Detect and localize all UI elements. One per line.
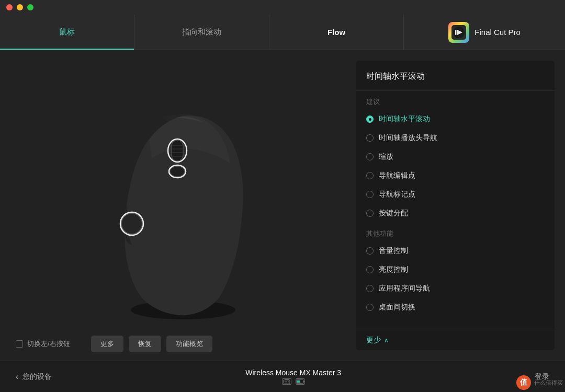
mouse-visualization xyxy=(0,50,356,361)
dropdown-title: 时间轴水平滚动 xyxy=(356,61,555,91)
titlebar xyxy=(0,0,565,15)
svg-point-19 xyxy=(288,382,289,383)
maximize-button[interactable] xyxy=(27,4,33,10)
svg-point-10 xyxy=(170,166,185,177)
overview-button[interactable]: 功能概览 xyxy=(166,336,212,352)
button-group: 更多 恢复 功能概览 xyxy=(91,336,212,352)
tab-finalcutpro[interactable]: Final Cut Pro xyxy=(404,15,565,50)
close-button[interactable] xyxy=(6,4,13,10)
svg-rect-22 xyxy=(297,381,300,383)
radio-volume xyxy=(366,247,374,255)
dropdown-item-key-assign[interactable]: 按键分配 xyxy=(356,204,555,223)
usb-icon xyxy=(282,378,291,385)
back-icon: ‹ xyxy=(16,372,18,382)
battery-icon xyxy=(296,378,305,385)
svg-point-18 xyxy=(286,382,287,383)
tabbar: 鼠标 指向和滚动 Flow Final Cut Pro xyxy=(0,15,565,50)
radio-timeline-playhead xyxy=(366,134,374,142)
section-other-label: 其他功能 xyxy=(356,223,555,241)
minimize-button[interactable] xyxy=(17,4,23,10)
dropdown-footer-less[interactable]: 更少 ∧ xyxy=(356,330,555,350)
mouse-svg xyxy=(94,90,262,320)
radio-app-nav xyxy=(366,285,374,292)
tab-pointing[interactable]: 指向和滚动 xyxy=(134,15,269,50)
tab-mouse[interactable]: 鼠标 xyxy=(0,15,134,50)
dropdown-item-app-nav[interactable]: 应用程序间导航 xyxy=(356,279,555,298)
chevron-up-icon: ∧ xyxy=(384,337,389,344)
radio-nav-edit xyxy=(366,172,374,179)
svg-point-17 xyxy=(285,382,286,383)
svg-rect-3 xyxy=(455,30,457,35)
dropdown-item-nav-marker[interactable]: 导航标记点 xyxy=(356,185,555,204)
section-suggestions-label: 建议 xyxy=(356,91,555,110)
tab-flow[interactable]: Flow xyxy=(269,15,404,50)
radio-brightness xyxy=(366,266,374,273)
swap-buttons-checkbox[interactable] xyxy=(16,340,23,348)
radio-nav-marker xyxy=(366,191,374,198)
dropdown-item-brightness[interactable]: 亮度控制 xyxy=(356,260,555,279)
swap-buttons-label[interactable]: 切换左/右按钮 xyxy=(16,339,70,349)
back-to-devices[interactable]: ‹ 您的设备 xyxy=(16,372,52,382)
mouse-image-container xyxy=(94,90,262,320)
radio-timeline-scroll xyxy=(366,116,374,123)
bottom-controls: 切换左/右按钮 更多 恢复 功能概览 xyxy=(0,327,366,361)
watermark: 值 什么值得买 xyxy=(516,375,563,390)
more-button[interactable]: 更多 xyxy=(91,336,123,352)
dropdown-panel: 时间轴水平滚动 建议 时间轴水平滚动 时间轴播放头导航 缩放 导航 xyxy=(356,61,555,350)
main-area: 时间轴水平滚动 建议 时间轴水平滚动 时间轴播放头导航 缩放 导航 xyxy=(0,50,565,361)
dropdown-item-zoom[interactable]: 缩放 xyxy=(356,147,555,166)
svg-point-11 xyxy=(121,213,142,234)
radio-desktop-switch xyxy=(366,304,374,311)
svg-rect-16 xyxy=(285,379,289,380)
radio-key-assign xyxy=(366,210,374,217)
svg-rect-21 xyxy=(303,381,304,383)
watermark-logo: 值 xyxy=(516,375,531,390)
device-icons xyxy=(245,378,341,385)
statusbar: ‹ 您的设备 Wireless Mouse MX Master 3 xyxy=(0,361,565,392)
finalcutpro-icon xyxy=(448,22,469,43)
svg-rect-5 xyxy=(172,140,183,161)
dropdown-item-desktop-switch[interactable]: 桌面间切换 xyxy=(356,298,555,317)
dropdown-list: 建议 时间轴水平滚动 时间轴播放头导航 缩放 导航编辑点 xyxy=(356,91,555,330)
dropdown-item-timeline-scroll[interactable]: 时间轴水平滚动 xyxy=(356,110,555,129)
dropdown-item-nav-edit[interactable]: 导航编辑点 xyxy=(356,166,555,185)
restore-button[interactable]: 恢复 xyxy=(129,336,161,352)
radio-zoom xyxy=(366,153,374,160)
device-info: Wireless Mouse MX Master 3 xyxy=(245,368,341,385)
device-name: Wireless Mouse MX Master 3 xyxy=(245,368,341,377)
dropdown-item-volume[interactable]: 音量控制 xyxy=(356,241,555,260)
dropdown-item-timeline-playhead[interactable]: 时间轴播放头导航 xyxy=(356,129,555,147)
